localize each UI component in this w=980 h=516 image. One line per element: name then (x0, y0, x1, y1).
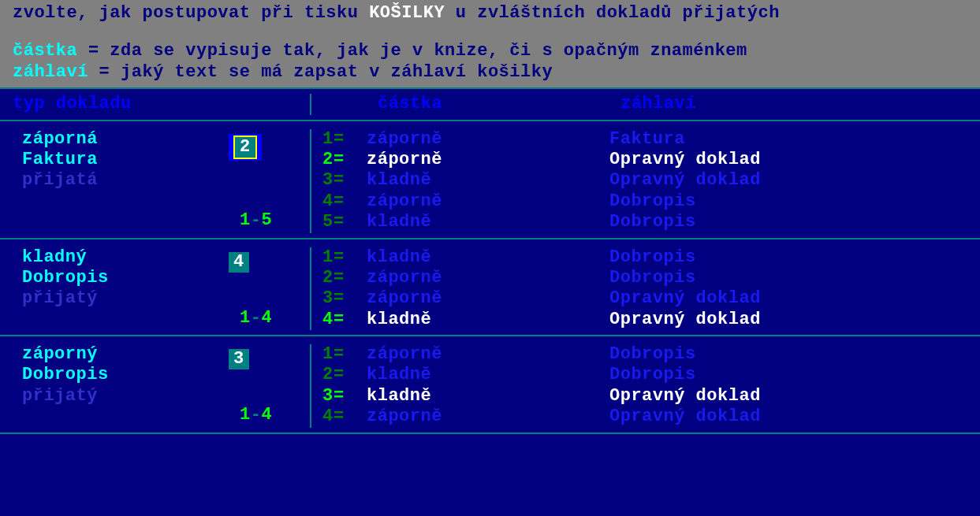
option-equals: = (333, 386, 367, 406)
legend-header-label: záhlaví (13, 62, 88, 82)
doc-type-row: zápornáFakturapřijatá21-51 = záporněFakt… (0, 121, 980, 239)
option-line[interactable]: 5 = kladněDobropis (322, 212, 980, 232)
value-number[interactable]: 3 (229, 349, 249, 369)
legend-amount-text: = zda se vypisuje tak, jak je v knize, č… (77, 41, 747, 61)
doc-line3: přijatý (22, 288, 310, 309)
option-line[interactable]: 1 = kladněDobropis (322, 247, 980, 268)
option-line[interactable]: 2 = záporněOpravný doklad (322, 150, 980, 170)
option-equals: = (333, 191, 367, 212)
doc-type-cell: zápornýDobropispřijatý31-4 (0, 344, 311, 428)
doc-line1: záporná (22, 129, 310, 150)
option-number: 4 (322, 191, 333, 212)
doc-line1: kladný (22, 247, 310, 268)
option-header: Opravný doklad (609, 386, 761, 406)
value-input[interactable]: 4 (229, 252, 249, 273)
options-cell: 1 = kladněDobropis2 = záporněDobropis3 =… (311, 247, 980, 331)
option-equals: = (333, 247, 367, 268)
option-number: 4 (322, 406, 333, 427)
option-amount: kladně (367, 170, 609, 191)
option-header: Dobropis (609, 212, 696, 232)
doc-type-row: zápornýDobropispřijatý31-41 = záporněDob… (0, 336, 980, 434)
option-equals: = (333, 170, 367, 191)
doc-line2: Dobropis (22, 268, 310, 288)
option-header: Opravný doklad (609, 170, 761, 191)
option-header: Dobropis (609, 247, 696, 268)
value-input[interactable]: 2 (229, 134, 262, 161)
option-amount: kladně (367, 247, 609, 268)
option-number: 1 (322, 129, 333, 150)
option-header: Opravný doklad (609, 288, 761, 309)
option-line[interactable]: 1 = záporněFaktura (322, 129, 980, 150)
option-header: Opravný doklad (609, 150, 761, 170)
option-header: Dobropis (609, 344, 696, 365)
doc-line1: záporný (22, 344, 310, 365)
column-headers: typ dokladu částka záhlaví (0, 89, 980, 121)
value-range: 1-4 (240, 405, 272, 425)
options-cell: 1 = záporněFaktura2 = záporněOpravný dok… (311, 129, 980, 233)
doc-line2: Faktura (22, 150, 310, 170)
option-amount: záporně (367, 288, 609, 309)
doc-line3: přijatý (22, 386, 310, 406)
option-number: 2 (322, 365, 333, 385)
doc-type-cell: zápornáFakturapřijatá21-5 (0, 129, 311, 233)
doc-line3: přijatá (22, 170, 310, 191)
option-equals: = (333, 406, 367, 427)
col-doc-type: typ dokladu (0, 94, 311, 114)
option-equals: = (333, 344, 367, 365)
value-range: 1-5 (240, 210, 272, 231)
option-amount: kladně (367, 365, 609, 385)
option-header: Dobropis (609, 268, 696, 288)
option-line[interactable]: 4 = kladněOpravný doklad (322, 310, 980, 330)
option-equals: = (333, 310, 367, 330)
option-equals: = (333, 129, 367, 150)
option-amount: záporně (367, 150, 609, 170)
option-equals: = (333, 268, 367, 288)
header-line1-pre: zvolte, jak postupovat při tisku (13, 3, 369, 23)
doc-line2: Dobropis (22, 365, 310, 385)
option-line[interactable]: 3 = kladněOpravný doklad (322, 386, 980, 406)
options-cell: 1 = záporněDobropis2 = kladněDobropis3 =… (311, 344, 980, 428)
option-equals: = (333, 288, 367, 309)
legend-amount-label: částka (13, 41, 77, 61)
option-line[interactable]: 2 = záporněDobropis (322, 268, 980, 288)
option-equals: = (333, 365, 367, 385)
option-number: 3 (322, 288, 333, 309)
col-title: záhlaví (620, 94, 696, 114)
option-line[interactable]: 3 = záporněOpravný doklad (322, 288, 980, 309)
col-amount: částka (378, 94, 620, 114)
option-line[interactable]: 4 = záporněDobropis (322, 191, 980, 212)
option-line[interactable]: 1 = záporněDobropis (322, 344, 980, 365)
doc-type-row: kladnýDobropispřijatý41-41 = kladněDobro… (0, 239, 980, 337)
option-header: Opravný doklad (609, 406, 761, 427)
option-line[interactable]: 2 = kladněDobropis (322, 365, 980, 385)
option-number: 2 (322, 268, 333, 288)
option-number: 3 (322, 386, 333, 406)
option-header: Dobropis (609, 365, 696, 385)
option-amount: kladně (367, 386, 609, 406)
option-amount: kladně (367, 310, 609, 330)
option-line[interactable]: 3 = kladněOpravný doklad (322, 170, 980, 191)
option-header: Dobropis (609, 191, 696, 212)
value-number[interactable]: 4 (229, 252, 249, 273)
option-number: 5 (322, 212, 333, 232)
option-amount: záporně (367, 406, 609, 427)
legend-header-text: = jaký text se má zapsat v záhlaví košil… (88, 62, 553, 82)
option-number: 1 (322, 247, 333, 268)
value-number[interactable]: 2 (235, 137, 255, 158)
option-amount: záporně (367, 129, 609, 150)
value-input[interactable]: 3 (229, 349, 249, 369)
instructions-header: zvolte, jak postupovat při tisku KOŠILKY… (0, 0, 980, 87)
value-range: 1-4 (240, 308, 272, 329)
doc-type-cell: kladnýDobropispřijatý41-4 (0, 247, 311, 331)
header-line1-post: u zvláštních dokladů přijatých (445, 3, 780, 23)
option-line[interactable]: 4 = záporněOpravný doklad (322, 406, 980, 427)
option-amount: záporně (367, 191, 609, 212)
option-equals: = (333, 150, 367, 170)
option-amount: záporně (367, 344, 609, 365)
option-equals: = (333, 212, 367, 232)
option-number: 4 (322, 310, 333, 330)
option-header: Faktura (609, 129, 685, 150)
option-number: 1 (322, 344, 333, 365)
option-header: Opravný doklad (609, 310, 761, 330)
option-number: 3 (322, 170, 333, 191)
